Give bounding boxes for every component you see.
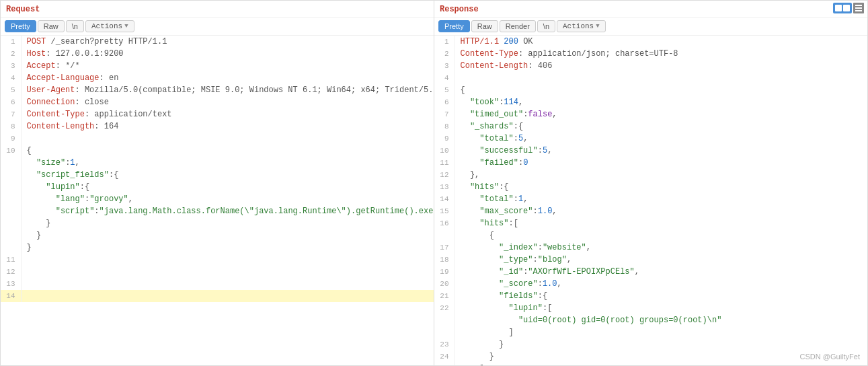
table-row: "lupin":{ <box>1 181 434 193</box>
chevron-down-icon: ▼ <box>124 23 128 30</box>
table-row: "uid=0(root) gid=0(root) groups=0(root)\… <box>434 314 867 326</box>
table-row: 10 { <box>1 145 434 157</box>
table-row: 22 "lupin":[ <box>434 302 867 314</box>
table-row: 17 "_index":"website", <box>434 242 867 254</box>
table-row: 8 Content-Length: 164 <box>1 120 434 133</box>
response-panel-header: Response <box>434 1 867 17</box>
table-row: 7 "timed_out":false, <box>434 108 867 120</box>
table-row: 12 <box>1 266 434 278</box>
response-tab-render[interactable]: Render <box>500 20 536 32</box>
table-row: 2 Content-Type: application/json; charse… <box>434 48 867 60</box>
table-row: 15 "max_score":1.0, <box>434 205 867 217</box>
table-row: 20 "_score":1.0, <box>434 278 867 290</box>
menu-icon[interactable] <box>853 3 864 13</box>
table-row: } <box>1 229 434 242</box>
table-row: 4 <box>434 72 867 84</box>
table-row: 7 Content-Type: application/text <box>1 108 434 120</box>
response-tab-pretty[interactable]: Pretty <box>438 20 470 32</box>
table-row: } <box>1 217 434 229</box>
table-row: 14 "total":1, <box>434 193 867 205</box>
split-view-icon[interactable] <box>833 3 852 13</box>
table-row: "script":"java.lang.Math.class.forName(\… <box>1 205 434 217</box>
chevron-down-icon: ▼ <box>596 23 599 30</box>
table-row: 19 "_id":"AXOrfWfL-EPOIXPpCEls", <box>434 266 867 278</box>
table-row: { <box>434 229 867 242</box>
response-code-table: 1 HTTP/1.1 200 OK 2 Content-Type: applic… <box>434 36 867 365</box>
table-row: 12 }, <box>434 169 867 181</box>
table-row: "lang":"groovy", <box>1 193 434 205</box>
response-toolbar: Pretty Raw Render \n Actions ▼ <box>434 17 867 36</box>
response-tab-ln[interactable]: \n <box>537 20 555 32</box>
table-row: 1 POST /_search?pretty HTTP/1.1 <box>1 36 434 48</box>
table-row: 1 HTTP/1.1 200 OK <box>434 36 867 48</box>
table-row: "size":1, <box>1 157 434 169</box>
request-tab-raw[interactable]: Raw <box>38 20 65 32</box>
table-row: 4 Accept-Language: en <box>1 72 434 84</box>
response-panel: Response Pretty Raw Render \n Actions ▼ … <box>434 0 868 366</box>
table-row: 3 Accept: */* <box>1 60 434 72</box>
table-row: ] <box>434 363 867 365</box>
top-bar <box>829 0 868 16</box>
watermark: CSDN @GuiltyFet <box>800 353 860 361</box>
table-row: 14 <box>1 290 434 302</box>
table-row: 16 "hits":[ <box>434 217 867 229</box>
table-row: 3 Content-Length: 406 <box>434 60 867 72</box>
table-row: ] <box>434 326 867 338</box>
table-row: 10 "successful":5, <box>434 145 867 157</box>
table-row: 2 Host: 127.0.0.1:9200 <box>1 48 434 60</box>
table-row: 8 "_shards":{ <box>434 120 867 133</box>
request-code-area[interactable]: 1 POST /_search?pretty HTTP/1.1 2 Host: … <box>1 36 434 365</box>
table-row: 6 Connection: close <box>1 96 434 108</box>
request-toolbar: Pretty Raw \n Actions ▼ <box>1 17 434 36</box>
table-row: 5 User-Agent: Mozilla/5.0(compatible; MS… <box>1 84 434 96</box>
request-panel-header: Request <box>1 1 434 17</box>
table-row: "script_fields":{ <box>1 169 434 181</box>
table-row: 13 <box>1 278 434 290</box>
table-row: 5 { <box>434 84 867 96</box>
table-row: 23 } <box>434 338 867 351</box>
table-row: 6 "took":114, <box>434 96 867 108</box>
response-actions-button[interactable]: Actions ▼ <box>557 20 606 32</box>
request-tab-ln[interactable]: \n <box>66 20 84 32</box>
table-row: 9 <box>1 133 434 145</box>
response-code-area[interactable]: 1 HTTP/1.1 200 OK 2 Content-Type: applic… <box>434 36 867 365</box>
table-row: 21 "fields":{ <box>434 290 867 302</box>
table-row: 11 <box>1 254 434 266</box>
request-panel: Request Pretty Raw \n Actions ▼ 1 POST /… <box>0 0 434 366</box>
request-code-table: 1 POST /_search?pretty HTTP/1.1 2 Host: … <box>1 36 434 302</box>
table-row: } <box>1 242 434 254</box>
request-tab-pretty[interactable]: Pretty <box>5 20 36 32</box>
request-actions-button[interactable]: Actions ▼ <box>85 20 134 32</box>
table-row: 11 "failed":0 <box>434 157 867 169</box>
table-row: 18 "_type":"blog", <box>434 254 867 266</box>
main-container: Request Pretty Raw \n Actions ▼ 1 POST /… <box>0 0 868 366</box>
response-tab-raw[interactable]: Raw <box>471 20 498 32</box>
table-row: 9 "total":5, <box>434 133 867 145</box>
table-row: 13 "hits":{ <box>434 181 867 193</box>
